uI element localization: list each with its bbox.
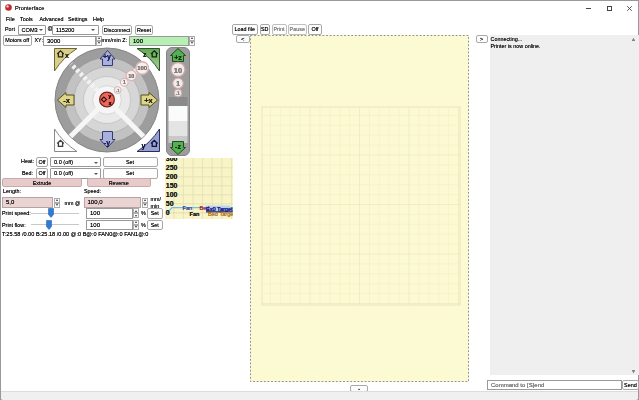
svg-text:Fan: Fan [189, 211, 200, 217]
svg-text:100: 100 [137, 65, 148, 71]
svg-text:100: 100 [165, 191, 177, 198]
svg-text:250: 250 [165, 164, 177, 171]
svg-text:10: 10 [128, 73, 134, 79]
svg-text:1: 1 [123, 80, 126, 85]
svg-text:10: 10 [174, 66, 182, 75]
svg-text:y: y [142, 142, 146, 150]
svg-text:-z: -z [175, 143, 181, 150]
svg-text:.1: .1 [176, 91, 180, 96]
svg-text:-x: -x [63, 96, 70, 105]
svg-text:.1: .1 [116, 89, 119, 93]
svg-text:+x: +x [144, 96, 153, 105]
svg-text:300: 300 [165, 158, 177, 162]
svg-text:1: 1 [176, 80, 180, 87]
svg-text:150: 150 [165, 182, 177, 189]
svg-text:+y: +y [103, 53, 111, 61]
svg-text:-y: -y [104, 139, 110, 147]
svg-text:x: x [65, 52, 69, 59]
svg-text:+z: +z [174, 54, 182, 61]
svg-text:Bed Target: Bed Target [208, 211, 233, 217]
svg-text:200: 200 [165, 173, 177, 180]
svg-text:z: z [143, 51, 147, 58]
svg-text:50: 50 [165, 200, 173, 207]
svg-text:0: 0 [165, 209, 169, 216]
